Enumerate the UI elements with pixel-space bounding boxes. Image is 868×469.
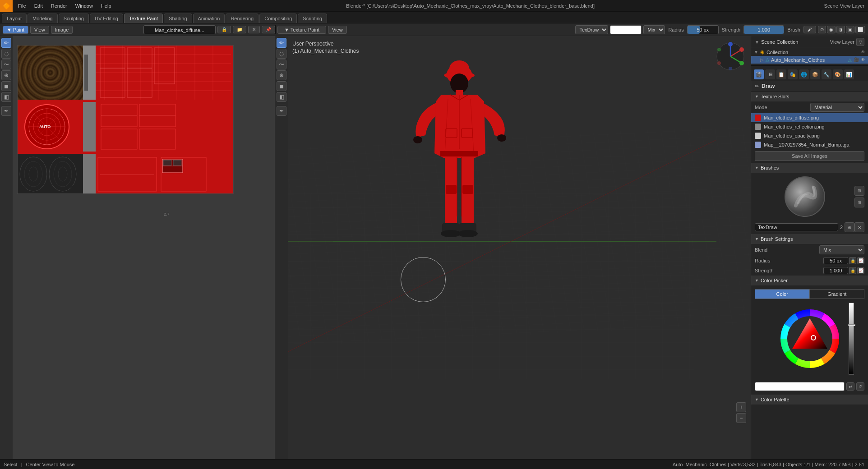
save-all-images-btn[interactable]: Save All Images <box>755 151 864 161</box>
tab-scripting[interactable]: Scripting <box>298 14 327 23</box>
soften-tool-btn[interactable]: ◌ <box>1 49 11 59</box>
brush-settings-header[interactable]: ▼ Brush Settings <box>751 234 868 244</box>
material-props-icon[interactable]: 🎨 <box>833 69 843 79</box>
viewport-icon-3[interactable]: ◑ <box>836 26 845 33</box>
tab-compositing[interactable]: Compositing <box>259 14 297 23</box>
collection-row[interactable]: ▼ ◉ Collection 👁 <box>751 48 868 56</box>
tab-rendering[interactable]: Rendering <box>226 14 259 23</box>
image-name[interactable]: Man_clothes_diffuse... <box>143 25 216 34</box>
menu-file[interactable]: File <box>14 2 30 10</box>
color-palette-header[interactable]: ▼ Color Palette <box>751 395 868 405</box>
tab-sculpting[interactable]: Sculpting <box>59 14 89 23</box>
tab-animation[interactable]: Animation <box>193 14 225 23</box>
brush-name-input[interactable]: TexDraw <box>755 223 838 231</box>
lightness-handle[interactable] <box>848 324 855 326</box>
copy-brush-btn[interactable]: ⊕ <box>845 222 854 232</box>
view-layer-props-icon[interactable]: 📋 <box>776 69 786 79</box>
mode-selector-right[interactable]: ▼ Texture Paint <box>277 26 326 34</box>
view-btn-left[interactable]: View <box>30 26 49 34</box>
pin-btn[interactable]: 📌 <box>262 26 275 33</box>
radius-value-props[interactable]: 50 px <box>823 257 848 264</box>
color-picker-header[interactable]: ▼ Color Picker <box>751 276 868 285</box>
delete-brush-btn[interactable]: ✕ <box>854 222 864 232</box>
radius-bar[interactable]: 50 px <box>687 25 719 34</box>
world-props-icon[interactable]: 🌐 <box>799 69 809 79</box>
slot-btn[interactable]: 🔒 <box>217 26 231 33</box>
strength-lock-btn[interactable]: 🔒 <box>849 267 856 274</box>
texture-slot-reflection[interactable]: Man_clothes_reflection.png <box>751 122 868 131</box>
strength-curve-btn[interactable]: 📈 <box>857 267 864 274</box>
expand-brush-btn[interactable]: ⊞ <box>854 186 864 196</box>
strength-value-props[interactable]: 1.000 <box>823 267 848 274</box>
object-props-icon[interactable]: 📦 <box>810 69 820 79</box>
texture-slot-diffuse[interactable]: Man_clothes_diffuse.png <box>751 113 868 122</box>
radius-curve-btn[interactable]: 📈 <box>857 257 864 264</box>
viewport-annotate-btn[interactable]: ✒ <box>277 106 286 116</box>
strength-bar[interactable]: 1.000 <box>743 25 784 34</box>
render-props-icon[interactable]: 🎬 <box>754 69 764 79</box>
tab-texture-paint[interactable]: Texture Paint <box>124 14 163 23</box>
menu-window[interactable]: Window <box>72 2 97 10</box>
texture-slot-opacity[interactable]: Man_clothes_opacity.png <box>751 131 868 140</box>
current-color-swatch[interactable] <box>755 382 845 391</box>
viewport-draw-btn[interactable]: ✏ <box>277 38 286 48</box>
viewport-icon-5[interactable]: ⬜ <box>855 26 865 33</box>
flip-colors-btn[interactable]: ⇄ <box>846 382 854 391</box>
output-props-icon[interactable]: 🖥 <box>765 69 775 79</box>
brush-color-swatch[interactable] <box>610 25 642 34</box>
tab-modeling[interactable]: Modeling <box>28 14 58 23</box>
view-btn-right[interactable]: View <box>328 26 347 34</box>
annotate-tool-btn[interactable]: ✒ <box>1 106 11 116</box>
viewport-3d[interactable]: User Perspective (1) Auto_Mechanic_Cloth… <box>288 36 751 459</box>
brushes-section-header[interactable]: ▼ Brushes <box>751 163 868 173</box>
viewport-fill-btn[interactable]: ◼ <box>277 81 286 91</box>
zoom-in-btn[interactable]: + <box>736 402 746 412</box>
texture-slots-header[interactable]: ▼ Texture Slots <box>751 92 868 101</box>
menu-help[interactable]: Help <box>97 2 115 10</box>
tab-uv-editing[interactable]: UV Editing <box>90 14 123 23</box>
viewport-smear-btn[interactable]: 〜 <box>277 60 286 69</box>
scene-props-icon[interactable]: 🎭 <box>788 69 798 79</box>
viewport-icon-1[interactable]: ⊙ <box>818 26 826 33</box>
viewport-clone-btn[interactable]: ⊕ <box>277 70 286 80</box>
tab-layout[interactable]: Layout <box>2 14 27 23</box>
draw-tool-btn[interactable]: ✏ <box>1 38 11 48</box>
uv-canvas-area[interactable]: AUTO <box>13 36 275 459</box>
color-wheel-container[interactable] <box>774 303 846 375</box>
mask-tool-btn[interactable]: ◧ <box>1 92 11 102</box>
lightness-slider[interactable] <box>849 303 854 375</box>
viewport-mask-btn[interactable]: ◧ <box>277 92 286 102</box>
mode-select[interactable]: Material <box>810 103 864 112</box>
modifier-props-icon[interactable]: 🔧 <box>822 69 831 79</box>
paint-mode-btn[interactable]: ▼ Paint <box>3 26 28 34</box>
reset-colors-btn[interactable]: ↺ <box>856 382 864 391</box>
smear-tool-btn[interactable]: 〜 <box>1 60 11 69</box>
menu-edit[interactable]: Edit <box>31 2 46 10</box>
brush-icon-btn[interactable]: 🖌 <box>803 26 816 33</box>
close-img-btn[interactable]: ✕ <box>248 26 260 33</box>
browse-btn[interactable]: 📁 <box>233 26 246 33</box>
fill-tool-btn[interactable]: ◼ <box>1 81 11 91</box>
radius-lock-btn[interactable]: 🔒 <box>849 257 856 264</box>
viewport-icon-2[interactable]: ◉ <box>827 26 836 33</box>
eye-icon-mesh[interactable]: 👁 <box>861 57 865 62</box>
menu-render[interactable]: Render <box>47 2 71 10</box>
mesh-row[interactable]: ▷ △ Auto_Mechanic_Clothes △ 🎥 👁 <box>751 56 868 64</box>
camera-icon[interactable]: 🎥 <box>854 57 859 62</box>
zoom-out-btn[interactable]: − <box>736 413 746 423</box>
texture-slot-normal[interactable]: Map__2070297854_Normal_Bump.tga <box>751 140 868 149</box>
image-btn[interactable]: Image <box>51 26 73 34</box>
gradient-tab[interactable]: Gradient <box>810 289 865 299</box>
filter-brush-btn[interactable]: 🗑 <box>854 198 864 207</box>
visibility-icon-collection[interactable]: 👁 <box>861 50 865 55</box>
clone-tool-btn[interactable]: ⊕ <box>1 70 11 80</box>
viewport-soften-btn[interactable]: ◌ <box>277 49 286 59</box>
color-tab[interactable]: Color <box>755 289 810 299</box>
brush-mode-select[interactable]: TexDraw <box>575 25 608 34</box>
viewport-icon-4[interactable]: ▣ <box>846 26 854 33</box>
filter-btn[interactable]: ▽ <box>856 38 864 46</box>
blend-select[interactable]: Mix <box>819 245 864 254</box>
blend-select-right[interactable]: Mix <box>643 25 665 34</box>
uv-texture-canvas[interactable]: AUTO <box>17 45 234 194</box>
nav-gizmo[interactable] <box>715 41 746 72</box>
